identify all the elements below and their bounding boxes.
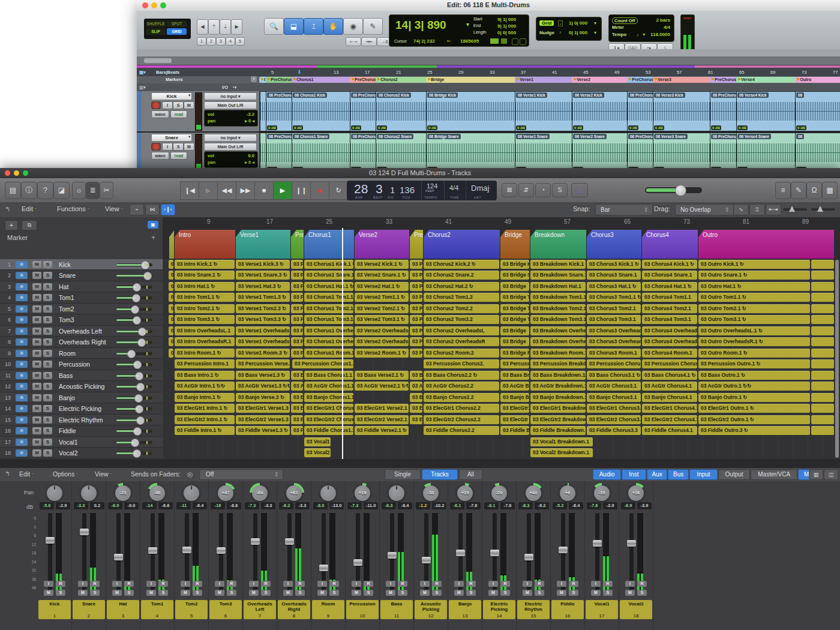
track-drag-icon[interactable]: ≋: [16, 283, 28, 290]
region[interactable]: 03 P: [291, 337, 303, 346]
track-header-config-button[interactable]: ▣: [148, 221, 158, 229]
region[interactable]: 03 Chorus2 Room.2: [424, 349, 499, 358]
track-row-room[interactable]: 9≋MSRoom: [0, 348, 163, 359]
track-row-bass[interactable]: 11≋MSBass: [0, 370, 163, 381]
solo-button[interactable]: S: [43, 405, 52, 412]
region[interactable]: 03 ElecGtr1 Chorus2.2: [424, 404, 499, 413]
zoom-preset-1-button[interactable]: 1: [197, 37, 206, 46]
region[interactable]: 03 Fiddle Verse2.1 ↻: [355, 426, 409, 435]
region[interactable]: 03 Banjo Chorus1.1: [304, 393, 353, 402]
mute-button[interactable]: M: [32, 394, 41, 401]
track-row-vocal2[interactable]: 18≋MSVocal2: [0, 448, 163, 458]
region[interactable]: 03 Chorus2 Kick.2 ↻: [424, 260, 499, 269]
track-drag-icon[interactable]: ≋: [16, 383, 28, 390]
track-name[interactable]: Percussion: [59, 361, 114, 368]
session-meter-label[interactable]: Meter: [612, 25, 624, 30]
tuner-icon[interactable]: ◔: [535, 183, 551, 197]
channel-name-plate[interactable]: Fiddle16: [551, 600, 584, 619]
region[interactable]: 03 Verse2 Snare.1 ↻: [355, 271, 409, 280]
record-enable-button[interactable]: R: [124, 581, 134, 587]
track-name[interactable]: Acoustic Picking: [59, 383, 114, 390]
region[interactable]: 03 Verse1 Tom2.3 ↻: [236, 304, 290, 313]
track-name-caret-icon[interactable]: ▾: [188, 93, 191, 98]
region[interactable]: [811, 404, 834, 413]
fader-cap[interactable]: [456, 550, 465, 556]
marker-Bridge[interactable]: ⚑Bridge: [426, 77, 516, 83]
track-name[interactable]: Overheads Left: [59, 328, 114, 335]
zoom-slider-handle[interactable]: [789, 206, 795, 212]
region[interactable]: 03 Verse1 Tom1.3 ↻: [236, 293, 290, 302]
solo-button[interactable]: S: [43, 328, 52, 335]
region[interactable]: 03 Outro Snare.1 ↻: [698, 271, 810, 280]
track-volume-slider[interactable]: [116, 330, 152, 333]
record-enable-button[interactable]: R: [569, 581, 578, 587]
autopunch-icon[interactable]: ⊠: [502, 183, 517, 197]
track-drag-icon[interactable]: ≋: [16, 272, 28, 279]
region[interactable]: 03 Verse1 Tom3.3 ↻: [236, 315, 290, 324]
region[interactable]: 03 Percussion Intro.1: [175, 359, 235, 368]
region[interactable]: 03 ElecGtr2 Verse1.3: [236, 415, 290, 424]
solo-button[interactable]: S: [124, 590, 134, 596]
region[interactable]: 03 ElecGtr: [500, 415, 529, 424]
mute-button[interactable]: M: [32, 383, 41, 390]
view-mode-single[interactable]: Single: [385, 469, 421, 480]
input-monitor-button[interactable]: I: [454, 581, 464, 587]
track-name[interactable]: Overheads Right: [59, 338, 114, 346]
track-volume-slider[interactable]: [116, 430, 152, 433]
mute-button[interactable]: M: [112, 590, 122, 596]
duplicate-track-button[interactable]: ⧉: [22, 220, 37, 230]
toolbox-icon[interactable]: ◪: [53, 182, 70, 199]
region[interactable]: 03 Fi: [291, 426, 303, 435]
solo-button[interactable]: S: [603, 590, 613, 596]
solo-button[interactable]: S: [158, 590, 168, 596]
region[interactable]: 03 Breakdown Room.1: [530, 349, 586, 358]
mute-button[interactable]: M: [146, 590, 156, 596]
nudge-caret-icon[interactable]: ▾: [594, 30, 596, 35]
mixer-menu-view[interactable]: View ˇ: [95, 470, 112, 478]
region[interactable]: 03 Chorus4 Tom2.1: [642, 304, 697, 313]
marker-Chorus2[interactable]: ⚑Chorus2: [376, 77, 427, 83]
track-row-percussion[interactable]: 10≋MSPercussion: [0, 359, 163, 370]
region[interactable]: 03 Chorus2 Tom2.2: [424, 304, 499, 313]
apple-loops-icon[interactable]: Ω: [806, 182, 822, 199]
input-monitor-button[interactable]: I: [146, 581, 156, 587]
fader-cap[interactable]: [80, 529, 89, 535]
record-enable-button[interactable]: R: [603, 581, 613, 587]
solo-button[interactable]: S: [43, 372, 52, 379]
region[interactable]: [811, 415, 834, 424]
marker-Verse3[interactable]: ⚑Verse3: [653, 77, 711, 83]
region[interactable]: 03 Percussion Verse.3: [236, 359, 290, 368]
region[interactable]: 03 Intro OverheadsR.1: [175, 337, 235, 346]
fader-cap[interactable]: [559, 547, 568, 553]
fader-cap[interactable]: [217, 547, 226, 554]
region[interactable]: 03 Verse1 Hat.3 ↻: [236, 282, 290, 291]
solo-button[interactable]: S: [193, 590, 202, 596]
region[interactable]: 03 Chorus1 Tom2.1 ↻: [304, 304, 353, 313]
region[interactable]: [811, 315, 834, 324]
mute-button[interactable]: M: [420, 590, 430, 596]
region[interactable]: 03 Breakdown Snare.1: [530, 271, 586, 280]
view-mode-tracks[interactable]: Tracks: [422, 469, 458, 480]
forward-icon[interactable]: ▶▶: [236, 181, 255, 200]
region[interactable]: 0: [169, 260, 173, 269]
list-editors-icon[interactable]: ≡: [775, 182, 791, 199]
track-row-overheads-left[interactable]: 7≋MSOverheads Left: [0, 326, 163, 337]
vertical-scrollbar[interactable]: [835, 260, 839, 458]
tempo-note-icon[interactable]: ♩ ▾: [637, 32, 645, 37]
region[interactable]: 03 Intro Hat.1 ↻: [175, 282, 235, 291]
region[interactable]: 03 P: [410, 271, 422, 280]
marker-Chorus1[interactable]: ⚑Chorus1: [292, 77, 351, 83]
bar-ruler[interactable]: 917253341495765738189: [163, 217, 840, 229]
region[interactable]: 03 Chorus2 OverheadsR: [424, 337, 499, 346]
track-name[interactable]: Fiddle: [59, 427, 114, 434]
library-icon[interactable]: ▤: [5, 182, 21, 199]
grid-caret-icon[interactable]: ▾: [594, 20, 596, 26]
sends-mode-select[interactable]: Off ⇕: [199, 469, 283, 480]
fader-cap[interactable]: [46, 537, 55, 544]
region[interactable]: 03 Chorus2 Snare.2: [424, 271, 499, 280]
region[interactable]: 03 Verse2 Tom1.1 ↻: [355, 293, 409, 302]
grid-note-icon[interactable]: 𝅘𝅥: [558, 20, 563, 26]
region[interactable]: 03 AcGtr Chorus2.2: [424, 382, 499, 391]
region[interactable]: 03 ElecGtr1 Chorus4.1: [642, 404, 697, 413]
region[interactable]: 03 Vocal1: [304, 437, 331, 446]
